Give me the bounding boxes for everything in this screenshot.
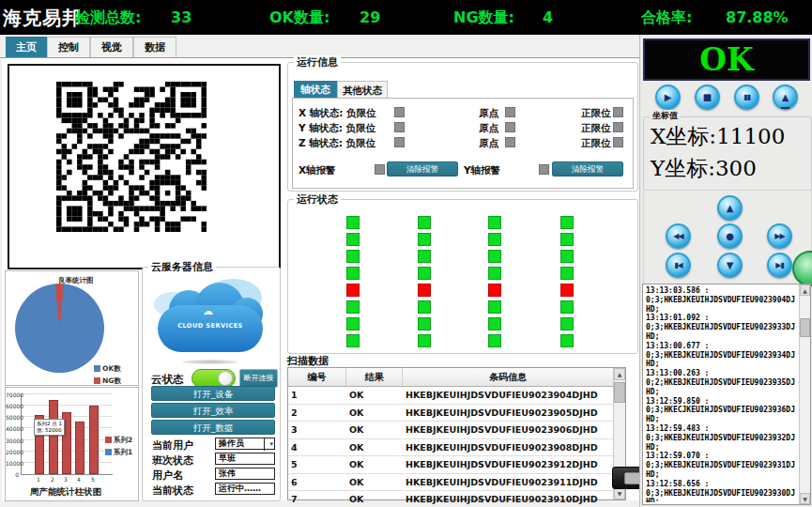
tab-data[interactable]: 数据 [133, 37, 176, 57]
current-state-field[interactable]: 运行中…… [215, 483, 275, 495]
log-output[interactable]: 13:13:03.586 :0;3;HKEBJKEUIHJDSVDUFIEU90… [642, 284, 811, 505]
x-coordinate: X坐标:11100 [651, 122, 785, 151]
log-scroll-thumb[interactable] [800, 318, 810, 337]
open-device-button[interactable]: 打开_设备 [151, 386, 275, 401]
toggle-knob [218, 371, 233, 386]
rewind-button[interactable]: ◀◀ [666, 223, 691, 249]
clear-y-alarm-button[interactable]: 清除报警 [552, 161, 623, 177]
table-row[interactable]: 3OKHKEBJKEUIHJDSVDUFIEU9023906DJHD [288, 422, 625, 439]
tab-other-status[interactable]: 其他状态 [337, 81, 388, 98]
open-efficiency-button[interactable]: 打开_效率 [151, 403, 275, 418]
shift-status-field[interactable]: 早班 [215, 453, 275, 465]
legend-swatch-ng [94, 377, 100, 384]
log-scroll-down-icon[interactable]: ▼ [800, 493, 810, 504]
table-row[interactable]: 2OKHKEBJKEUIHJDSVDUFIEU9023905DJHD [288, 405, 625, 422]
y-tick-label: 40000 [6, 425, 19, 432]
table-cell: OK [346, 474, 403, 491]
fast-forward-button[interactable]: ▶▶ [767, 223, 792, 249]
table-cell: OK [346, 422, 403, 438]
run-status-title: 运行状态 [294, 192, 341, 207]
y-tick-label: 70000 [6, 392, 19, 398]
tab-axis-status[interactable]: 轴状态 [294, 81, 337, 98]
status-cell-ok [488, 267, 501, 280]
bar-tooltip: 系列2 点 1 值: 52000 [34, 419, 65, 436]
status-cell-ok [560, 317, 574, 330]
status-cell-ok [560, 250, 574, 263]
log-time: 13:12:58.656 : [646, 480, 799, 489]
play-button[interactable]: ▶ [655, 84, 681, 110]
tab-vision[interactable]: 视觉 [90, 37, 133, 57]
x-alarm-label: X轴报警 [299, 164, 336, 177]
table-scroll-thumb[interactable] [614, 382, 625, 403]
table-header: 编号 结果 条码信息 [288, 368, 625, 387]
table-row[interactable]: 5OKHKEBJKEUIHJDSVDUFIEU9023912DJHD [288, 456, 625, 474]
z-origin-indicator [505, 137, 515, 147]
table-cell: HKEBJKEUIHJDSVDUFIEU9023906DJHD [403, 422, 613, 438]
legend-swatch-series1 [105, 449, 112, 455]
bar-series2 [89, 406, 99, 474]
col-header-result[interactable]: 结果 [346, 368, 403, 386]
weekly-bar-chart-panel: 010000200003000040000500006000070000 123… [5, 387, 139, 501]
log-text: 13:13:03.586 :0;3;HKEBJKEUIHJDSVDUFIEU90… [646, 286, 799, 502]
jog-up-button[interactable]: ▲ [717, 195, 743, 221]
open-data-button[interactable]: 打开_数据 [151, 420, 275, 435]
table-row[interactable]: 4OKHKEBJKEUIHJDSVDUFIEU9023908DJHD [288, 439, 625, 457]
scan-data-table: 编号 结果 条码信息 1OKHKEBJKEUIHJDSVDUFIEU902390… [287, 367, 626, 500]
z-origin-label: 原点 [479, 137, 498, 150]
cloud-art: ☁ CLOUD SERVICES [152, 279, 270, 365]
x-pos-limit-label: 正限位 [581, 107, 611, 120]
current-user-combo[interactable]: 操作员 ▾ [215, 438, 275, 450]
username-field[interactable]: 张伟 [215, 468, 275, 480]
log-time: 13:13:00.677 : [646, 342, 799, 351]
log-time: 13:12:59.850 : [646, 397, 799, 407]
x-alarm-indicator [375, 164, 385, 175]
table-cell: 5 [288, 456, 346, 473]
skip-start-button[interactable]: ▮◀ [666, 253, 691, 278]
disconnect-button[interactable]: 断开连接 [239, 369, 278, 388]
log-scroll-up-icon[interactable]: ▲ [800, 284, 810, 296]
bar-series2 [75, 422, 84, 474]
cloud-icon: ☁ [203, 305, 213, 317]
coordinate-title: 坐标值 [650, 110, 681, 122]
rewind-icon: ◀◀ [667, 225, 689, 247]
cloud-status-toggle[interactable] [192, 369, 236, 388]
jog-down-button[interactable]: ▼ [717, 253, 743, 278]
status-cell-ok [346, 250, 360, 263]
table-cell: OK [346, 405, 403, 422]
record-icon: ● [719, 225, 741, 247]
clear-x-alarm-button[interactable]: 清除报警 [387, 161, 458, 177]
username-label: 用户名 [152, 469, 183, 483]
x-tick-label: 2 [51, 476, 54, 483]
table-cell: 3 [288, 422, 346, 438]
status-cell-ok [560, 267, 574, 280]
table-row[interactable]: 6OKHKEBJKEUIHJDSVDUFIEU9023911DJHD [288, 474, 625, 492]
qr-code-image [56, 82, 207, 232]
combo-arrow-icon[interactable]: ▾ [269, 439, 273, 450]
table-cell: 7 [288, 491, 346, 507]
tab-control[interactable]: 控制 [47, 37, 90, 57]
scroll-up-icon[interactable]: ▲ [614, 368, 625, 380]
pause-button[interactable]: ▮▮ [734, 84, 759, 110]
x-tick-label: 4 [77, 476, 81, 483]
table-cell: OK [346, 456, 403, 473]
table-row[interactable]: 1OKHKEBJKEUIHJDSVDUFIEU9023904DJHD [288, 387, 625, 405]
eject-button[interactable]: ▲ [773, 84, 798, 110]
table-cell: HKEBJKEUIHJDSVDUFIEU9023905DJHD [403, 405, 613, 422]
z-pos-limit-label: 正限位 [581, 137, 611, 150]
jog-control-group: ▲ ◀◀ ● ▶▶ ▮◀ ▼ ▶▮ [643, 190, 812, 286]
brand-logo: 海克易邦 [3, 6, 82, 31]
table-cell: 6 [288, 474, 346, 491]
log-time: 13:13:00.263 : [646, 369, 799, 378]
col-header-barcode[interactable]: 条码信息 [403, 368, 613, 386]
col-header-id[interactable]: 编号 [288, 368, 346, 386]
tab-home[interactable]: 主页 [6, 37, 47, 57]
scan-data-title: 扫描数据 [287, 354, 329, 368]
stop-button[interactable]: ■ [695, 84, 720, 110]
status-cell-ok [418, 216, 431, 229]
skip-end-button[interactable]: ▶▮ [767, 253, 792, 278]
log-scrollbar[interactable]: ▲ ▼ [799, 284, 810, 504]
table-row[interactable]: 7OKHKEBJKEUIHJDSVDUFIEU9023910DJHD [288, 491, 625, 507]
record-button[interactable]: ● [717, 223, 743, 249]
status-cell-ok [418, 250, 431, 263]
cloud-status-label: 云状态 [151, 373, 184, 387]
